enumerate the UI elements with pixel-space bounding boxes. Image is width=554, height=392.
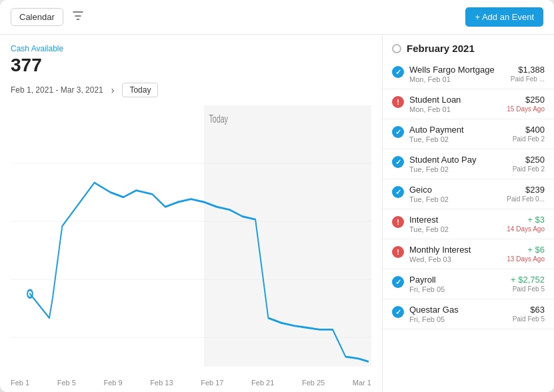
- alert-icon: !: [392, 96, 404, 108]
- transaction-status: Paid Feb 5: [513, 315, 545, 323]
- today-label: Today: [209, 113, 229, 125]
- transaction-body: Questar GasFri, Feb 05: [409, 305, 507, 323]
- date-nav: Feb 1, 2021 - Mar 3, 2021 › Today: [11, 83, 371, 97]
- transaction-amount-column: $400Paid Feb 2: [513, 125, 545, 143]
- transaction-name: Auto Payment: [409, 125, 507, 135]
- x-label: Feb 25: [302, 379, 325, 387]
- transaction-amount-column: $1,388Paid Feb ...: [511, 65, 545, 83]
- transaction-name: Monthly Interest: [409, 245, 501, 255]
- transaction-item[interactable]: !InterestTue, Feb 02+ $314 Days Ago: [383, 209, 554, 239]
- transaction-amount: $239: [507, 185, 545, 195]
- transaction-amount-column: + $314 Days Ago: [507, 215, 545, 233]
- main-content: Cash Available 377 Feb 1, 2021 - Mar 3, …: [0, 35, 554, 392]
- alert-icon: !: [392, 216, 404, 228]
- transaction-amount-column: $239Paid Feb 0...: [507, 185, 545, 203]
- transaction-name: Student Auto Pay: [409, 155, 507, 165]
- transaction-amount: + $2,752: [511, 275, 545, 285]
- check-icon: ✓: [392, 156, 404, 168]
- transaction-body: PayrollFri, Feb 05: [409, 275, 505, 293]
- transaction-date: Tue, Feb 02: [409, 225, 501, 233]
- x-label: Feb 21: [251, 379, 274, 387]
- transaction-item[interactable]: ✓Auto PaymentTue, Feb 02$400Paid Feb 2: [383, 119, 554, 149]
- transaction-status: Paid Feb 2: [513, 135, 545, 143]
- add-event-button[interactable]: + Add an Event: [465, 7, 543, 27]
- transaction-status: 15 Days Ago: [507, 105, 545, 113]
- transaction-body: Wells Fargo MortgageMon, Feb 01: [409, 65, 505, 83]
- transaction-item[interactable]: ✓GeicoTue, Feb 02$239Paid Feb 0...: [383, 179, 554, 209]
- transaction-amount: $250: [507, 95, 545, 105]
- transaction-date: Tue, Feb 02: [409, 195, 501, 203]
- x-label: Mar 1: [353, 379, 371, 387]
- alert-icon: !: [392, 246, 404, 258]
- check-icon: ✓: [392, 66, 404, 78]
- filter-icon: [73, 11, 83, 21]
- transaction-status: Paid Feb 5: [511, 285, 545, 293]
- transaction-date: Mon, Feb 01: [409, 105, 501, 113]
- x-label: Feb 1: [11, 379, 29, 387]
- check-icon: ✓: [392, 276, 404, 288]
- nav-forward-button[interactable]: ›: [109, 83, 117, 97]
- x-label: Feb 17: [201, 379, 223, 387]
- transaction-amount: + $6: [507, 245, 545, 255]
- transaction-name: Payroll: [409, 275, 505, 285]
- month-circle-icon: [392, 44, 401, 53]
- date-range: Feb 1, 2021 - Mar 3, 2021: [11, 85, 103, 95]
- x-label: Feb 5: [57, 379, 76, 387]
- transactions-list: ✓Wells Fargo MortgageMon, Feb 01$1,388Pa…: [383, 59, 554, 329]
- transaction-amount: $1,388: [511, 65, 545, 75]
- transaction-date: Tue, Feb 02: [409, 135, 507, 143]
- transaction-date: Fri, Feb 05: [409, 315, 507, 323]
- today-region: [204, 105, 371, 367]
- transaction-amount-column: + $613 Days Ago: [507, 245, 545, 263]
- transaction-item[interactable]: ✓Wells Fargo MortgageMon, Feb 01$1,388Pa…: [383, 59, 554, 89]
- month-title: February 2021: [407, 43, 475, 54]
- check-icon: ✓: [392, 306, 404, 318]
- transaction-name: Interest: [409, 215, 501, 225]
- transaction-item[interactable]: !Student LoanMon, Feb 01$25015 Days Ago: [383, 89, 554, 119]
- right-panel: February 2021 ✓Wells Fargo MortgageMon, …: [382, 35, 554, 392]
- cash-value: 377: [11, 55, 371, 76]
- transaction-date: Tue, Feb 02: [409, 165, 507, 173]
- transaction-name: Questar Gas: [409, 305, 507, 315]
- calendar-button[interactable]: Calendar: [11, 8, 63, 26]
- transaction-status: Paid Feb 2: [513, 165, 545, 173]
- app-window: Calendar + Add an Event Cash Available 3…: [0, 0, 554, 392]
- transaction-status: 14 Days Ago: [507, 225, 545, 233]
- transaction-name: Student Loan: [409, 95, 501, 105]
- transaction-item[interactable]: ✓Questar GasFri, Feb 05$63Paid Feb 5: [383, 299, 554, 329]
- transaction-amount: $400: [513, 125, 545, 135]
- transaction-amount-column: $250Paid Feb 2: [513, 155, 545, 173]
- chart-svg: Today: [11, 105, 371, 376]
- transaction-item[interactable]: ✓Student Auto PayTue, Feb 02$250Paid Feb…: [383, 149, 554, 179]
- transaction-date: Mon, Feb 01: [409, 75, 505, 83]
- check-icon: ✓: [392, 126, 404, 138]
- transaction-body: GeicoTue, Feb 02: [409, 185, 501, 203]
- transaction-body: InterestTue, Feb 02: [409, 215, 501, 233]
- transaction-name: Geico: [409, 185, 501, 195]
- cash-available-label: Cash Available: [11, 44, 371, 53]
- x-axis-labels: Feb 1 Feb 5 Feb 9 Feb 13 Feb 17 Feb 21 F…: [11, 376, 371, 387]
- transaction-body: Student LoanMon, Feb 01: [409, 95, 501, 113]
- transaction-amount: $250: [513, 155, 545, 165]
- x-label: Feb 13: [150, 379, 173, 387]
- transaction-amount: + $3: [507, 215, 545, 225]
- transaction-amount-column: + $2,752Paid Feb 5: [511, 275, 545, 293]
- transaction-amount-column: $25015 Days Ago: [507, 95, 545, 113]
- transaction-status: Paid Feb ...: [511, 75, 545, 83]
- today-button[interactable]: Today: [122, 83, 158, 97]
- transaction-item[interactable]: !Monthly InterestWed, Feb 03+ $613 Days …: [383, 239, 554, 269]
- chart-area: Cash Available 377 Feb 1, 2021 - Mar 3, …: [0, 35, 382, 392]
- month-header: February 2021: [383, 35, 554, 59]
- transaction-date: Wed, Feb 03: [409, 255, 501, 263]
- filter-icon-button[interactable]: [69, 9, 87, 26]
- transaction-status: Paid Feb 0...: [507, 195, 545, 203]
- transaction-body: Student Auto PayTue, Feb 02: [409, 155, 507, 173]
- transaction-item[interactable]: ✓PayrollFri, Feb 05+ $2,752Paid Feb 5: [383, 269, 554, 299]
- chart-container: Today: [11, 105, 371, 376]
- transaction-status: 13 Days Ago: [507, 255, 545, 263]
- transaction-name: Wells Fargo Mortgage: [409, 65, 505, 75]
- transaction-body: Monthly InterestWed, Feb 03: [409, 245, 501, 263]
- x-label: Feb 9: [104, 379, 123, 387]
- top-bar: Calendar + Add an Event: [0, 0, 554, 35]
- transaction-amount: $63: [513, 305, 545, 315]
